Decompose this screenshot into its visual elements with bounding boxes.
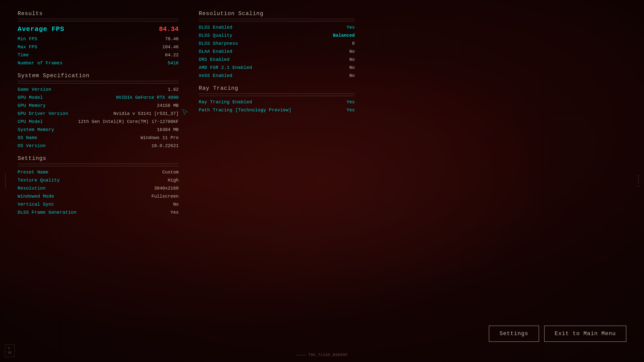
texture-quality-label: Texture Quality: [18, 178, 60, 183]
results-divider: [18, 21, 179, 21]
ray-tracing-enabled-label: Ray Tracing Enabled: [199, 100, 252, 105]
gpu-memory-value: 24156 MB: [157, 103, 179, 108]
dlss-enabled-row: DLSS Enabled Yes: [199, 23, 355, 31]
cpu-model-row: CPU Model 12th Gen Intel(R) Core(TM) i7-…: [18, 118, 179, 126]
windowed-mode-value: Fullscreen: [151, 194, 179, 199]
vsync-label: Vertical Sync: [18, 202, 54, 207]
bottom-bar: TRK_TLCAS_B00095: [0, 353, 644, 357]
system-header: System Specification: [18, 70, 179, 81]
exit-to-main-menu-button[interactable]: Exit to Main Menu: [544, 326, 626, 342]
cursor-icon: [181, 108, 189, 116]
os-name-row: OS Name Windows 11 Pro: [18, 134, 179, 142]
track-id-text: TRK_TLCAS_B00095: [308, 353, 348, 357]
game-version-row: Game Version 1.62: [18, 85, 179, 94]
dlss-framegen-value: Yes: [171, 210, 179, 215]
resolution-scaling-title: Resolution Scaling: [199, 11, 263, 17]
windowed-mode-row: Windowed Mode Fullscreen: [18, 192, 179, 200]
time-label: Time: [18, 53, 29, 58]
path-tracing-value: Yes: [347, 108, 355, 113]
dlaa-enabled-row: DLAA Enabled No: [199, 48, 355, 56]
max-fps-row: Max FPS 104.46: [18, 43, 179, 51]
vsync-row: Vertical Sync No: [18, 200, 179, 208]
left-decorative-dots: [5, 173, 6, 189]
game-version-label: Game Version: [18, 87, 51, 92]
dlss-quality-value: Balanced: [333, 33, 355, 38]
os-version-row: OS Version 10.0.22621: [18, 142, 179, 150]
preset-name-value: Custom: [162, 170, 179, 175]
dlss-sharpness-value: 0: [352, 41, 355, 46]
gpu-memory-row: GPU Memory 24156 MB: [18, 102, 179, 110]
settings-title: Settings: [18, 155, 46, 162]
windowed-mode-label: Windowed Mode: [18, 194, 54, 199]
settings-divider: [18, 166, 179, 166]
dlss-framegen-row: DLSS Frame Generation Yes: [18, 208, 179, 216]
gpu-driver-value: Nvidia v 53141 [r531_37]: [113, 111, 179, 116]
cpu-model-label: CPU Model: [18, 119, 43, 124]
gpu-memory-label: GPU Memory: [18, 103, 46, 108]
time-row: Time 64.22: [18, 51, 179, 59]
settings-header: Settings: [18, 152, 179, 164]
min-fps-value: 70.46: [165, 36, 179, 41]
path-tracing-label: Path Tracing [Technology Preview]: [199, 108, 291, 113]
ray-tracing-enabled-value: Yes: [347, 100, 355, 105]
drs-enabled-label: DRS Enabled: [199, 57, 230, 62]
xess-enabled-value: No: [349, 73, 355, 78]
min-fps-label: Min FPS: [18, 36, 37, 41]
max-fps-value: 104.46: [162, 44, 179, 50]
resolution-label: Resolution: [18, 186, 46, 191]
dlaa-enabled-value: No: [349, 49, 355, 54]
version-label: V: [8, 346, 10, 350]
track-id: TRK_TLCAS_B00095: [296, 353, 348, 357]
system-memory-row: System Memory 16384 MB: [18, 126, 179, 134]
dlss-enabled-label: DLSS Enabled: [199, 25, 232, 30]
settings-button[interactable]: Settings: [489, 326, 539, 342]
resolution-scaling-header: Resolution Scaling: [199, 8, 355, 19]
path-tracing-row: Path Tracing [Technology Preview] Yes: [199, 106, 355, 114]
dlaa-enabled-label: DLAA Enabled: [199, 49, 232, 54]
left-panel: Results Average FPS 84.34 Min FPS 70.46 …: [18, 8, 179, 354]
average-fps-value: 84.34: [159, 25, 179, 33]
os-version-label: OS Version: [18, 143, 46, 148]
system-section: System Specification Game Version 1.62 G…: [18, 70, 179, 150]
xess-enabled-label: XeSS Enabled: [199, 73, 232, 78]
dlss-enabled-value: Yes: [347, 25, 355, 30]
resolution-scaling-divider: [199, 21, 355, 21]
resolution-row: Resolution 3840x2160: [18, 184, 179, 192]
results-section: Results Average FPS 84.34 Min FPS 70.46 …: [18, 8, 179, 67]
max-fps-label: Max FPS: [18, 44, 37, 50]
system-divider: [18, 83, 179, 83]
ray-tracing-section: Ray Tracing Ray Tracing Enabled Yes Path…: [199, 82, 355, 114]
game-version-value: 1.62: [168, 87, 179, 92]
dlss-sharpness-label: DLSS Sharpness: [199, 41, 238, 46]
xess-enabled-row: XeSS Enabled No: [199, 72, 355, 80]
gpu-driver-row: GPU Driver Version Nvidia v 53141 [r531_…: [18, 110, 179, 118]
frames-row: Number of Frames 5416: [18, 59, 179, 67]
dlss-sharpness-row: DLSS Sharpness 0: [199, 39, 355, 48]
dlss-framegen-label: DLSS Frame Generation: [18, 210, 76, 215]
texture-quality-value: High: [168, 178, 179, 183]
version-badge: V 85: [5, 344, 15, 357]
gpu-model-value: NVIDIA GeForce RTX 4090: [116, 95, 179, 100]
gpu-model-row: GPU Model NVIDIA GeForce RTX 4090: [18, 94, 179, 102]
system-memory-value: 16384 MB: [157, 127, 179, 132]
version-number: 85: [8, 351, 12, 355]
system-memory-label: System Memory: [18, 127, 54, 132]
amd-fsr-label: AMD FSR 2.1 Enabled: [199, 65, 252, 70]
frames-value: 5416: [168, 61, 179, 66]
os-name-value: Windows 11 Pro: [141, 135, 179, 140]
dlss-quality-row: DLSS Quality Balanced: [199, 31, 355, 39]
amd-fsr-row: AMD FSR 2.1 Enabled No: [199, 64, 355, 72]
resolution-value: 3840x2160: [154, 186, 179, 191]
preset-name-label: Preset Name: [18, 170, 49, 175]
gpu-driver-label: GPU Driver Version: [18, 111, 68, 116]
buttons-area: Settings Exit to Main Menu: [489, 326, 626, 342]
preset-name-row: Preset Name Custom: [18, 168, 179, 176]
ray-tracing-title: Ray Tracing: [199, 85, 238, 92]
gpu-model-label: GPU Model: [18, 95, 43, 100]
time-value: 64.22: [165, 53, 179, 58]
amd-fsr-value: No: [349, 65, 355, 70]
right-panel: Resolution Scaling DLSS Enabled Yes DLSS…: [199, 8, 355, 354]
average-fps-label: Average FPS: [18, 25, 64, 33]
drs-enabled-row: DRS Enabled No: [199, 56, 355, 64]
results-header: Results: [18, 8, 179, 19]
